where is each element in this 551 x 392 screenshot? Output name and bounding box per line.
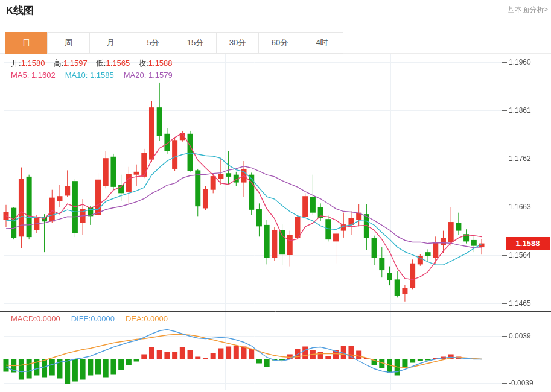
open-value: 1.1580 [21, 58, 45, 68]
price-axis-tick: 1.1564 [509, 251, 531, 259]
price-axis-tick: 1.1465 [509, 299, 531, 308]
close-label: 收: [138, 58, 148, 68]
price-axis-tick: 1.1663 [509, 203, 531, 211]
low-label: 低: [96, 58, 106, 68]
tab-15min[interactable]: 15分 [174, 32, 217, 54]
macd-legend: MACD:0.0000DIFF:0.0000DEA:0.0000 [11, 314, 168, 323]
price-axis-tick: 1.1861 [509, 106, 531, 115]
high-value: 1.1597 [63, 58, 88, 68]
interval-tabs: 日 周 月 5分 15分 30分 60分 4时 [5, 32, 343, 54]
low-value: 1.1565 [106, 58, 130, 68]
macd-value: MACD:0.0000 [11, 314, 60, 323]
ma5-label: MA5: [11, 71, 29, 80]
ma5-value: 1.1602 [31, 71, 56, 80]
macd-axis-tick: 0.0039 [509, 332, 531, 340]
current-price-badge: 1.1588 [506, 237, 550, 250]
ohlc-legend: 开:1.1580高:1.1597低:1.1565收:1.1588 [11, 58, 181, 69]
ma20-label: MA20: [124, 71, 147, 80]
ma-legend: MA5: 1.1602MA10: 1.1585MA20: 1.1579 [11, 71, 173, 80]
ma20-value: 1.1579 [148, 71, 173, 80]
ma10-label: MA10: [65, 71, 88, 80]
macd-axis-tick: -0.0039 [509, 379, 533, 387]
tab-4hour[interactable]: 4时 [301, 32, 343, 54]
tab-60min[interactable]: 60分 [258, 32, 301, 54]
close-value: 1.1588 [148, 58, 173, 68]
tab-30min[interactable]: 30分 [216, 32, 259, 54]
open-label: 开: [11, 58, 21, 68]
page-title: K线图 [6, 4, 34, 17]
dea-value: DEA:0.0000 [126, 314, 168, 323]
ma10-value: 1.1585 [90, 71, 114, 80]
price-axis-tick: 1.1960 [509, 58, 531, 66]
high-label: 高: [53, 58, 63, 68]
fundamental-analysis-link[interactable]: 基本面分析> [508, 5, 548, 15]
tab-5min[interactable]: 5分 [132, 32, 174, 54]
tab-week[interactable]: 周 [47, 32, 90, 54]
tab-month[interactable]: 月 [89, 32, 132, 54]
diff-value: DIFF:0.0000 [71, 314, 115, 323]
tab-day[interactable]: 日 [5, 32, 48, 54]
price-axis-tick: 1.1762 [509, 154, 531, 163]
